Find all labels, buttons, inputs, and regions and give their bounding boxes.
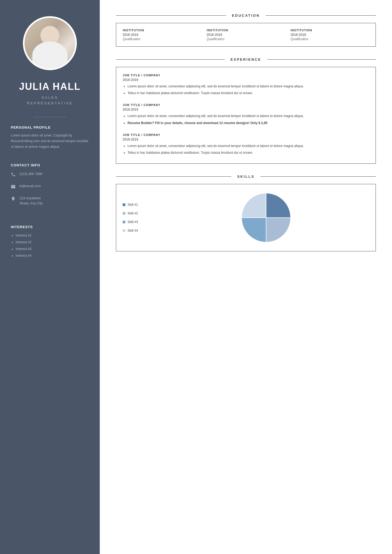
- edu-item-1: INSTITUTION 2016-2019 Qualification: [123, 29, 201, 41]
- personal-profile-heading: PERSONAL PROFILE: [0, 125, 100, 129]
- interests-list: Interest #1 Interest #2 Interest #3 Inte…: [11, 232, 89, 259]
- sidebar: JULIA HALL SALES REPRESENTATIVE PERSONAL…: [0, 0, 100, 554]
- candidate-title: SALES REPRESENTATIVE: [27, 95, 73, 106]
- skills-box: Skill #1 Skill #2 Skill #3 Skill #4: [116, 184, 376, 251]
- phone-value: (123) 456 7890: [19, 172, 42, 177]
- legend-color-4: [123, 229, 125, 232]
- skills-legend: Skill #1 Skill #2 Skill #3 Skill #4: [123, 203, 155, 232]
- email-icon: [11, 184, 16, 190]
- list-item: Tellus in hac habitasse platea dictumst …: [128, 91, 369, 96]
- edu-qualification: Qualification: [123, 37, 201, 41]
- legend-label-3: Skill #3: [128, 220, 138, 224]
- legend-color-1: [123, 203, 125, 206]
- experience-heading: EXPERIENCE: [228, 57, 264, 61]
- list-item: Lorem ipsum dolor sit amet, consectetur …: [128, 114, 369, 119]
- legend-item-3: Skill #3: [123, 220, 155, 224]
- legend-label-4: Skill #4: [128, 229, 138, 232]
- edu-item-2: INSTITUTION 2016-2019 Qualification: [207, 29, 285, 41]
- main-content: EDUCATION INSTITUTION 2016-2019 Qualific…: [100, 0, 392, 554]
- job-title: JOB TITLE / COMPANY: [123, 133, 369, 136]
- title-line-left: [116, 15, 226, 16]
- email-value: hi@email.com: [19, 184, 41, 189]
- pie-slice-4: [242, 193, 266, 218]
- edu-year: 2016-2019: [123, 33, 201, 37]
- edu-item-3: INSTITUTION 2016-2019 Qualification: [291, 29, 369, 41]
- legend-item-2: Skill #2: [123, 211, 155, 215]
- edu-year: 2016-2019: [291, 33, 369, 37]
- title-line-right: [267, 59, 376, 60]
- pie-slice-3: [242, 218, 266, 242]
- list-item: Interest #1: [16, 232, 89, 239]
- contact-email-item: hi@email.com: [11, 184, 89, 190]
- job-title: JOB TITLE / COMPANY: [123, 74, 369, 77]
- legend-color-3: [123, 221, 125, 223]
- list-item: Lorem ipsum dolor sit amet, consectetur …: [128, 143, 369, 149]
- phone-icon: [11, 172, 16, 178]
- edu-year: 2016-2019: [207, 33, 285, 37]
- edu-qualification: Qualification: [207, 37, 285, 41]
- skills-section: SKILLS Skill #1 Skill #2 Sk: [116, 175, 376, 251]
- experience-title-wrapper: EXPERIENCE: [116, 57, 376, 61]
- job-block-1: JOB TITLE / COMPANY 2016-2019 Lorem ipsu…: [123, 74, 369, 96]
- skills-heading: SKILLS: [235, 175, 257, 179]
- list-item: Interest #4: [16, 252, 89, 259]
- title-line-left: [116, 59, 225, 60]
- title-line-right: [266, 15, 376, 16]
- skills-title-wrapper: SKILLS: [116, 175, 376, 179]
- divider: [34, 117, 66, 117]
- contact-phone-item: (123) 456 7890: [11, 172, 89, 178]
- experience-section: EXPERIENCE JOB TITLE / COMPANY 2016-2019…: [116, 57, 376, 164]
- job-block-3: JOB TITLE / COMPANY 2016-2019 Lorem ipsu…: [123, 133, 369, 155]
- institution-label: INSTITUTION: [123, 29, 201, 32]
- skills-inner: Skill #1 Skill #2 Skill #3 Skill #4: [123, 191, 369, 245]
- pie-chart: [239, 191, 293, 245]
- list-item: Interest #3: [16, 246, 89, 252]
- education-section: EDUCATION INSTITUTION 2016-2019 Qualific…: [116, 13, 376, 47]
- experience-box: JOB TITLE / COMPANY 2016-2019 Lorem ipsu…: [116, 67, 376, 164]
- job-bullets: Lorem ipsum dolor sit amet, consectetur …: [123, 84, 369, 96]
- job-year: 2016-2019: [123, 78, 369, 82]
- job-block-2: JOB TITLE / COMPANY 2016-2019 Lorem ipsu…: [123, 103, 369, 125]
- legend-label-1: Skill #1: [128, 203, 138, 207]
- contact-address-item: 123 Anywhere Street, Any City: [11, 196, 89, 206]
- pie-slice-1: [266, 193, 290, 218]
- education-title-wrapper: EDUCATION: [116, 13, 376, 18]
- list-item: Resume Builder? Fill in your details, ch…: [128, 121, 369, 126]
- legend-item-4: Skill #4: [123, 229, 155, 232]
- edu-qualification: Qualification: [291, 37, 369, 41]
- job-year: 2016-2019: [123, 108, 369, 111]
- avatar: [23, 16, 77, 70]
- legend-label-2: Skill #2: [128, 211, 138, 215]
- job-year: 2016-2019: [123, 138, 369, 141]
- job-bullets: Lorem ipsum dolor sit amet, consectetur …: [123, 143, 369, 155]
- interests-heading: INTERESTS: [11, 225, 89, 229]
- title-line-left: [116, 176, 231, 177]
- pie-chart-wrapper: [163, 191, 369, 245]
- education-grid: INSTITUTION 2016-2019 Qualification INST…: [123, 29, 369, 41]
- legend-item-1: Skill #1: [123, 203, 155, 207]
- education-box: INSTITUTION 2016-2019 Qualification INST…: [116, 23, 376, 47]
- title-line-right: [260, 176, 376, 177]
- institution-label: INSTITUTION: [291, 29, 369, 32]
- pie-slice-2: [266, 218, 290, 242]
- contact-section: CONTACT INFO (123) 456 7890 hi@email.com: [0, 163, 100, 211]
- list-item: Interest #2: [16, 239, 89, 246]
- list-item: Tellus in hac habitasse platea dictumst …: [128, 150, 369, 155]
- education-heading: EDUCATION: [229, 13, 262, 18]
- institution-label: INSTITUTION: [207, 29, 285, 32]
- candidate-name: JULIA HALL: [19, 81, 81, 92]
- personal-profile-text: Lorem ipsum dolor sit amet, Copyright by…: [0, 133, 100, 150]
- address-value: 123 Anywhere Street, Any City: [19, 196, 43, 206]
- job-title: JOB TITLE / COMPANY: [123, 103, 369, 107]
- legend-color-2: [123, 212, 125, 215]
- interests-section: INTERESTS Interest #1 Interest #2 Intere…: [0, 225, 100, 259]
- contact-heading: CONTACT INFO: [11, 163, 89, 167]
- job-bullets: Lorem ipsum dolor sit amet, consectetur …: [123, 114, 369, 125]
- address-icon: [11, 196, 16, 203]
- list-item: Lorem ipsum dolor sit amet, consectetur …: [128, 84, 369, 89]
